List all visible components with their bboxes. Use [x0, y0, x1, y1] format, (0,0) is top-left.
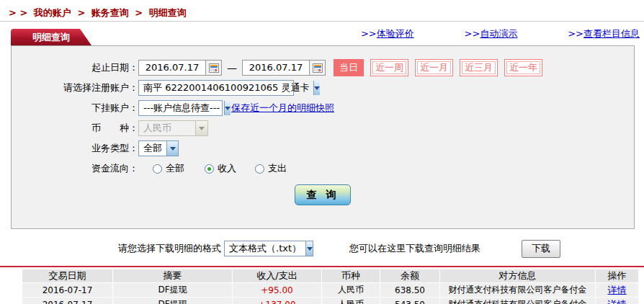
radio-icon	[153, 164, 162, 174]
query-button[interactable]: 查 询	[295, 184, 351, 205]
quick-range-3months-button[interactable]: 近三月	[460, 59, 498, 76]
start-date-calendar-button[interactable]	[205, 61, 221, 75]
breadcrumb-separator: >	[77, 7, 85, 18]
table-top-line	[0, 266, 644, 267]
biz-type-label: 业务类型：	[12, 142, 138, 155]
download-button[interactable]: 下载	[522, 240, 560, 258]
cell-action: 详情	[596, 298, 638, 304]
start-date-field[interactable]: 2016.07.17	[138, 60, 222, 76]
register-account-label: 请选择注册账户：	[12, 81, 138, 94]
chevron-down-icon[interactable]	[224, 101, 231, 115]
save-monthly-snapshot-link[interactable]: 保存近一个月的明细快照	[231, 102, 334, 115]
cell-action: 详情	[596, 283, 638, 297]
breadcrumb-item-account-query[interactable]: 账务查询	[91, 7, 129, 18]
detail-link[interactable]: 详情	[608, 285, 627, 295]
start-date-value[interactable]: 2016.07.17	[139, 61, 205, 75]
radio-flow-all[interactable]: 全部	[153, 162, 184, 175]
sub-account-row: 下挂账户： ---账户信息待查--- 保存近一个月的明细快照	[12, 98, 634, 118]
breadcrumb: > > 我的账户 > 账务查询 > 明细查询	[0, 0, 644, 21]
col-header-amount: 收入/支出	[233, 269, 321, 282]
quick-range-today-button[interactable]: 当日	[334, 59, 364, 76]
end-date-field[interactable]: 2016.07.17	[242, 60, 326, 76]
radio-flow-expense[interactable]: 支出	[255, 162, 287, 175]
currency-row: 币 种： 人民币	[12, 118, 634, 138]
register-account-row: 请选择注册账户： 南平 6222001406100921065 灵通卡	[12, 78, 634, 98]
chevron-down-icon[interactable]	[166, 141, 178, 156]
download-hint: 您可以在这里下载查询明细结果	[349, 242, 480, 255]
end-date-value[interactable]: 2016.07.17	[243, 61, 309, 75]
col-header-date: 交易日期	[22, 269, 112, 282]
col-header-action: 操作	[596, 269, 638, 282]
link-auto-demo[interactable]: >>自动演示	[465, 27, 518, 40]
table-row: 2016-07-17 DF提现 +137.00 人民币 543.50 财付通支付…	[22, 298, 638, 304]
date-separator: —	[227, 62, 237, 73]
chevron-down-icon[interactable]	[313, 81, 320, 95]
download-format-select[interactable]: 文本格式（.txt）	[224, 241, 313, 256]
chevron-down-icon[interactable]	[305, 241, 313, 256]
flow-direction-label: 资金流向：	[12, 162, 138, 175]
radio-icon	[205, 164, 214, 174]
divider	[0, 21, 644, 22]
query-form-panel: 起止日期： 2016.07.17 — 2016.07.17 当日 近一周 近一月…	[11, 45, 635, 229]
cell-summary: DF提现	[113, 283, 232, 297]
end-date-calendar-button[interactable]	[309, 61, 325, 75]
link-experience-rating[interactable]: >>体验评价	[361, 27, 414, 40]
date-range-row: 起止日期： 2016.07.17 — 2016.07.17 当日 近一周 近一月…	[12, 58, 634, 78]
tab-detail-query[interactable]: 明细查询	[11, 29, 91, 45]
currency-label: 币 种：	[12, 122, 138, 135]
flow-direction-row: 资金流向： 全部 收入 支出	[12, 158, 634, 179]
cell-amount: +137.00	[233, 298, 321, 304]
cell-balance: 638.50	[380, 283, 439, 297]
download-format-label: 请您选择下载明细的格式	[118, 242, 221, 255]
cell-summary: DF提现	[113, 298, 232, 304]
calendar-icon	[313, 63, 323, 73]
sub-account-label: 下挂账户：	[12, 102, 138, 115]
tab-bar: 明细查询 >>体验评价 >>自动演示 >>查看栏目信息	[0, 25, 644, 45]
cell-counterpart: 财付通支付科技有限公司客户备付金	[440, 283, 595, 297]
quick-range-week-button[interactable]: 近一周	[370, 59, 408, 76]
breadcrumb-prefix: > >	[9, 7, 27, 18]
chevron-down-icon	[195, 121, 207, 135]
download-row: 请您选择下载明细的格式 文本格式（.txt） 您可以在这里下载查询明细结果 下载	[0, 239, 644, 258]
cell-date: 2016-07-17	[22, 298, 112, 304]
col-header-counterpart: 对方信息	[440, 269, 595, 282]
flow-radio-group: 全部 收入 支出	[138, 162, 287, 175]
cell-amount: +95.00	[233, 283, 321, 297]
detail-link[interactable]: 详情	[608, 299, 627, 304]
cell-currency: 人民币	[322, 283, 380, 297]
col-header-currency: 币种	[322, 269, 380, 282]
link-view-column-info[interactable]: >>查看栏目信息	[568, 27, 640, 40]
quick-range-month-button[interactable]: 近一月	[415, 59, 453, 76]
quick-range-year-button[interactable]: 近一年	[504, 59, 542, 76]
col-header-balance: 余额	[380, 269, 439, 282]
header-links: >>体验评价 >>自动演示 >>查看栏目信息	[361, 27, 640, 40]
biz-type-row: 业务类型： 全部	[12, 138, 634, 158]
currency-select: 人民币	[138, 120, 208, 136]
col-header-summary: 摘要	[113, 269, 232, 282]
register-account-select[interactable]: 南平 6222001406100921065 灵通卡	[138, 80, 294, 96]
cell-date: 2016-07-17	[22, 283, 112, 297]
cell-currency: 人民币	[322, 298, 380, 304]
radio-flow-income[interactable]: 收入	[205, 162, 236, 175]
cell-balance: 543.50	[380, 298, 439, 304]
transactions-table: 交易日期 摘要 收入/支出 币种 余额 对方信息 操作 2016-07-17 D…	[22, 269, 639, 304]
biz-type-select[interactable]: 全部	[138, 140, 179, 156]
breadcrumb-item-my-account[interactable]: 我的账户	[34, 7, 71, 18]
calendar-icon	[209, 63, 219, 73]
sub-account-select[interactable]: ---账户信息待查---	[138, 100, 223, 116]
table-header-row: 交易日期 摘要 收入/支出 币种 余额 对方信息 操作	[22, 269, 638, 282]
table-row: 2016-07-17 DF提现 +95.00 人民币 638.50 财付通支付科…	[22, 283, 638, 297]
date-range-label: 起止日期：	[12, 61, 138, 74]
breadcrumb-separator: >	[135, 7, 143, 18]
breadcrumb-item-detail-query[interactable]: 明细查询	[149, 7, 187, 18]
radio-icon	[255, 164, 264, 174]
cell-counterpart: 财付通支付科技有限公司客户备付金	[440, 298, 595, 304]
